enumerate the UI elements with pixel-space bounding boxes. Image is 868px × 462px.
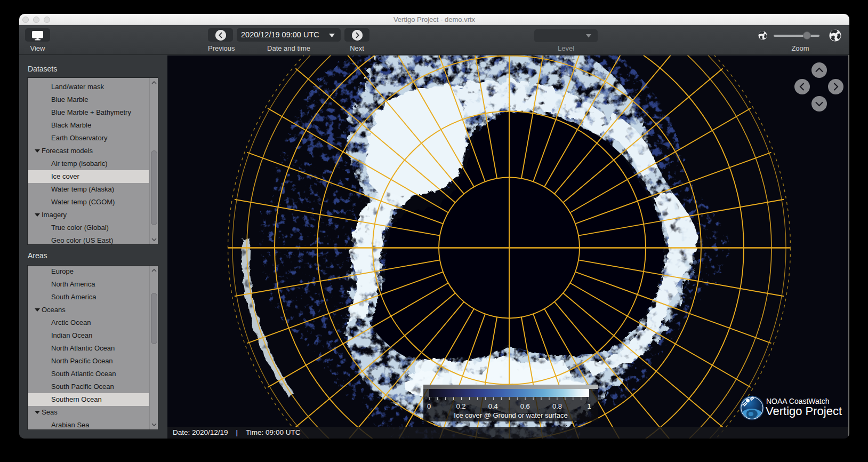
- svg-text:Vertigo Project: Vertigo Project: [766, 404, 842, 418]
